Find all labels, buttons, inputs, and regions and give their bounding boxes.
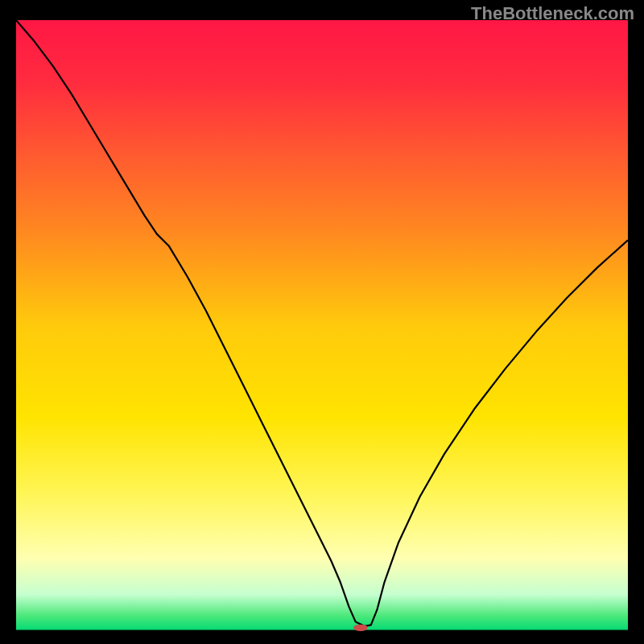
gradient-background: [16, 20, 628, 631]
bottleneck-curve: [16, 20, 628, 631]
chart-container: TheBottleneck.com: [0, 0, 644, 644]
optimal-marker: [353, 625, 367, 631]
plot-area: [16, 20, 628, 631]
watermark: TheBottleneck.com: [471, 3, 634, 24]
